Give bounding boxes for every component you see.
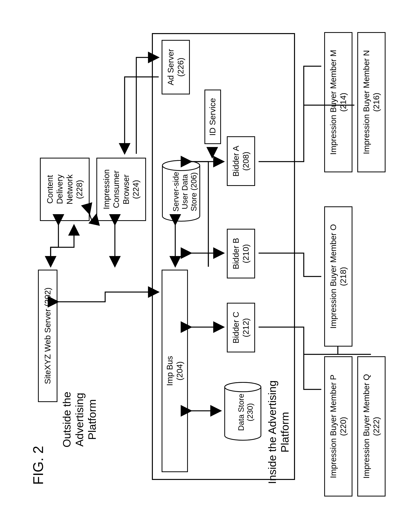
txt: (224) (131, 180, 141, 199)
txt: Delivery (55, 175, 65, 204)
txt: Impression Buyer Member Q (362, 374, 371, 479)
bidder-b: Bidder B (210) (227, 229, 255, 278)
txt: ID Service (208, 98, 218, 136)
txt: Store (206) (189, 172, 198, 211)
txt: (218) (338, 267, 348, 286)
buyer-o: Impression Buyer Member O (218) (324, 206, 353, 346)
figure-label: FIG. 2 (30, 446, 46, 485)
txt: (214) (338, 93, 348, 112)
txt: (228) (75, 180, 84, 199)
txt: (220) (338, 417, 348, 436)
txt: Impression Buyer Member M (328, 50, 338, 155)
bidder-c: Bidder C (212) (227, 303, 255, 352)
txt: Browser (121, 174, 131, 204)
imp-bus: Imp Bus (204) (162, 270, 188, 472)
txt: (222) (371, 417, 381, 436)
ad-server: Ad Server (226) (162, 40, 190, 94)
impression-consumer-browser: Impression Consumer Browser (224) (96, 158, 146, 221)
txt: Impression Buyer Member P (328, 375, 338, 478)
txt: Bidder A (231, 146, 241, 177)
content-delivery-network: Content Delivery Network (228) (40, 158, 90, 221)
txt: (226) (176, 58, 185, 77)
txt: Network (65, 174, 75, 204)
buyer-n: Impression Buyer Member N (216) (357, 32, 386, 172)
user-data-store: Server-side User Data Store (206) (162, 160, 201, 222)
txt: Bidder C (231, 312, 241, 344)
txt: SiteXYZ Web Server (202) (43, 288, 52, 384)
txt: Outside the (61, 392, 73, 448)
bidder-a: Bidder A (208) (227, 136, 255, 186)
txt: Impression Buyer Member O (328, 224, 338, 329)
txt: Impression Buyer Member N (362, 50, 371, 154)
txt: Advertising (73, 393, 85, 447)
outside-label: Outside the Advertising Platform (60, 387, 98, 452)
txt: Data Store (237, 394, 245, 431)
site-web-server: SiteXYZ Web Server (202) (38, 270, 57, 402)
txt: Platform (86, 399, 98, 440)
txt: (204) (175, 361, 184, 381)
txt: Imp Bus (165, 356, 175, 386)
data-store: Data Store (230) (224, 382, 262, 441)
txt: Content (45, 175, 55, 204)
txt: Platform (279, 412, 291, 453)
txt: Consumer (111, 171, 121, 208)
txt: Bidder B (231, 238, 241, 269)
txt: Server-side (171, 172, 180, 212)
txt: Ad Server (166, 49, 176, 85)
id-service: ID Service (204, 90, 221, 144)
buyer-m: Impression Buyer Member M (214) (324, 32, 353, 172)
txt: (212) (241, 318, 251, 337)
txt: (210) (241, 244, 251, 263)
txt: User Data (181, 174, 189, 209)
buyer-q: Impression Buyer Member Q (222) (357, 356, 386, 496)
buyer-p: Impression Buyer Member P (220) (324, 356, 353, 496)
txt: (230) (246, 403, 254, 421)
diagram-canvas: FIG. 2 Outside the Advertising Platform … (0, 0, 420, 529)
txt: (216) (371, 93, 381, 112)
txt: (208) (241, 151, 251, 171)
txt: Impression (102, 169, 111, 209)
